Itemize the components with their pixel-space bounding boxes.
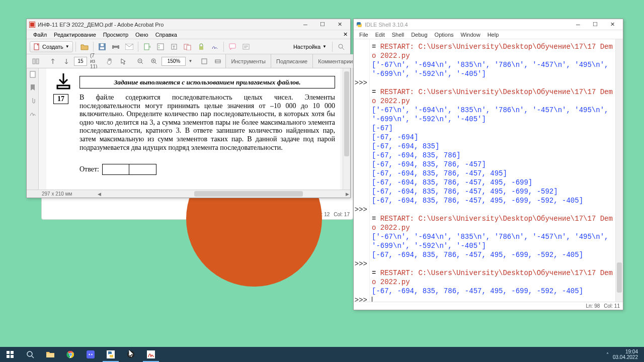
idle-task-button[interactable] xyxy=(101,347,121,362)
zoom-input[interactable] xyxy=(162,57,186,66)
download-icon xyxy=(53,72,73,90)
minimize-button[interactable]: ─ xyxy=(297,20,314,30)
create-form-button[interactable] xyxy=(154,41,167,52)
stamp-button[interactable] xyxy=(240,41,252,52)
zoom-in-button[interactable] xyxy=(148,56,160,67)
combine-button[interactable] xyxy=(182,41,194,52)
acrobat-task-button[interactable] xyxy=(141,347,161,362)
scroll-left-icon[interactable]: ◀ xyxy=(96,191,102,197)
customize-dropdown[interactable]: Настройка ▼ xyxy=(290,42,330,51)
tab-tools[interactable]: Инструменты xyxy=(225,54,271,68)
page-dimensions: 297 x 210 мм xyxy=(27,191,76,197)
page-number-input[interactable] xyxy=(74,57,87,66)
scroll-thumb[interactable] xyxy=(194,191,303,197)
menu-file[interactable]: File xyxy=(356,31,372,38)
pdf-page: Задание выполняется с использованием при… xyxy=(46,68,340,190)
comment-button[interactable] xyxy=(226,41,238,52)
maximize-button[interactable]: ☐ xyxy=(314,20,331,30)
svg-rect-30 xyxy=(57,85,69,88)
minimize-button[interactable]: ─ xyxy=(570,20,587,30)
scroll-thumb[interactable] xyxy=(344,71,349,156)
tab-comments[interactable]: Комментарии xyxy=(312,54,358,68)
signatures-icon[interactable] xyxy=(29,110,37,118)
edit-text-button[interactable]: T xyxy=(168,41,180,52)
select-tool-button[interactable] xyxy=(117,56,129,67)
hand-tool-button[interactable] xyxy=(104,56,116,67)
svg-point-35 xyxy=(27,351,32,356)
menu-file[interactable]: Файл xyxy=(30,31,50,38)
fit-page-button[interactable] xyxy=(198,56,210,67)
idle-output[interactable]: = RESTART: C:\Users\University\Desktop\О… xyxy=(370,39,615,302)
search-icon xyxy=(26,350,34,358)
email-button[interactable] xyxy=(123,41,135,52)
scroll-thumb[interactable] xyxy=(617,262,622,293)
clock-time: 19:04 xyxy=(613,349,638,354)
acrobat-window: ИНФ-11 ЕГЭ 2022_ДЕМО.pdf - Adobe Acrobat… xyxy=(26,19,351,198)
chrome-button[interactable] xyxy=(60,347,80,362)
horizontal-scrollbar[interactable]: ◀ ▶ xyxy=(102,191,344,197)
svg-rect-29 xyxy=(30,71,35,77)
tab-sign[interactable]: Подписание xyxy=(271,54,312,68)
document-area[interactable]: Задание выполняется с использованием при… xyxy=(39,68,350,190)
menu-debug[interactable]: Debug xyxy=(408,31,431,38)
fit-width-button[interactable] xyxy=(212,56,224,67)
next-page-button[interactable] xyxy=(60,56,72,67)
menu-shell[interactable]: Shell xyxy=(388,31,408,38)
close-button[interactable]: ✕ xyxy=(331,20,348,30)
svg-point-13 xyxy=(158,45,159,46)
clock[interactable]: 19:04 03.04.2022 xyxy=(613,349,640,360)
menu-edit[interactable]: Редактирование xyxy=(50,31,100,38)
export-button[interactable] xyxy=(141,41,153,52)
search-button[interactable] xyxy=(335,41,347,52)
create-label: Создать xyxy=(42,44,63,50)
vertical-scrollbar[interactable] xyxy=(615,39,623,302)
svg-rect-32 xyxy=(11,351,14,354)
menu-view[interactable]: Просмотр xyxy=(100,31,132,38)
menu-options[interactable]: Options xyxy=(431,31,457,38)
obs-button[interactable] xyxy=(121,347,141,362)
chevron-down-icon: ▼ xyxy=(65,44,69,49)
tray-chevron-icon[interactable]: ˄ xyxy=(606,352,609,357)
menu-window[interactable]: Окно xyxy=(132,31,152,38)
page-thumbnails-button[interactable] xyxy=(30,56,42,67)
scroll-right-icon[interactable]: ▶ xyxy=(344,191,350,197)
idle-statusbar: Ln: 98 Col: 11 xyxy=(354,302,623,310)
print-button[interactable] xyxy=(110,41,122,52)
menu-window[interactable]: Window xyxy=(457,31,484,38)
prev-page-button[interactable] xyxy=(47,56,59,67)
bookmarks-icon[interactable] xyxy=(29,83,37,92)
svg-point-14 xyxy=(158,47,159,48)
idle-titlebar[interactable]: IDLE Shell 3.10.4 ─ ☐ ✕ xyxy=(354,19,623,30)
acrobat-titlebar[interactable]: ИНФ-11 ЕГЭ 2022_ДЕМО.pdf - Adobe Acrobat… xyxy=(27,19,350,30)
answer-cell xyxy=(102,164,129,175)
menu-edit[interactable]: Edit xyxy=(372,31,388,38)
zoom-out-button[interactable] xyxy=(134,56,146,67)
discord-button[interactable] xyxy=(80,347,101,362)
start-button[interactable] xyxy=(0,347,20,362)
protect-button[interactable] xyxy=(195,41,207,52)
acrobat-statusbar: 297 x 210 мм ◀ ▶ xyxy=(27,190,350,198)
clock-date: 03.04.2022 xyxy=(613,354,638,360)
menu-help[interactable]: Help xyxy=(484,31,503,38)
separator xyxy=(223,42,224,52)
maximize-button[interactable]: ☐ xyxy=(587,20,604,30)
menu-help[interactable]: Справка xyxy=(152,31,181,38)
file-explorer-button[interactable] xyxy=(40,347,60,362)
chevron-down-icon[interactable]: ▼ xyxy=(187,59,193,63)
answer-label: Ответ: xyxy=(79,165,99,173)
system-tray[interactable]: ˄ 19:04 03.04.2022 xyxy=(602,347,644,362)
save-button[interactable] xyxy=(96,41,108,52)
tab-close-icon[interactable]: ✕ xyxy=(342,31,349,38)
svg-point-40 xyxy=(69,353,71,355)
attachments-icon[interactable] xyxy=(29,97,37,105)
close-button[interactable]: ✕ xyxy=(604,20,621,30)
search-button[interactable] xyxy=(20,347,40,362)
svg-rect-31 xyxy=(7,351,10,354)
create-button[interactable]: Создать ▼ xyxy=(30,41,73,52)
thumbnails-icon[interactable] xyxy=(29,70,37,78)
acrobat-menubar: Файл Редактирование Просмотр Окно Справк… xyxy=(27,30,350,39)
svg-rect-20 xyxy=(229,44,235,48)
sign-button[interactable] xyxy=(209,41,221,52)
open-button[interactable] xyxy=(78,41,91,52)
vertical-scrollbar[interactable] xyxy=(343,68,350,190)
